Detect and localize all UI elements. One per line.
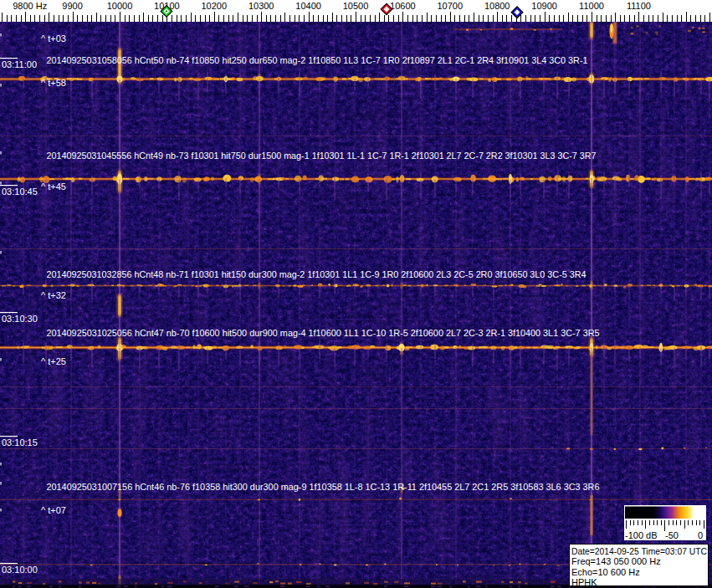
svg-text:HPHK: HPHK: [571, 577, 597, 587]
svg-text:10300: 10300: [248, 1, 274, 11]
svg-text:^ t+03: ^ t+03: [41, 33, 66, 43]
svg-text:^ t+25: ^ t+25: [41, 356, 66, 366]
svg-text:10800: 10800: [484, 1, 510, 11]
svg-text:10200: 10200: [202, 1, 228, 11]
svg-text:03:10:15: 03:10:15: [2, 437, 38, 447]
svg-text:^ t+32: ^ t+32: [41, 290, 66, 300]
svg-text:20140925031025056 hCnt47 nb-70: 20140925031025056 hCnt47 nb-70 f10600 hi…: [47, 328, 600, 338]
svg-text:11100: 11100: [627, 1, 651, 11]
svg-text:9800 Hz: 9800 Hz: [13, 1, 47, 11]
svg-text:03:10:00: 03:10:00: [2, 565, 38, 575]
svg-text:0: 0: [698, 530, 703, 540]
svg-text:10000: 10000: [107, 1, 133, 11]
svg-text:20140925031045556 hCnt49 nb-73: 20140925031045556 hCnt49 nb-73 f10301 hi…: [47, 151, 597, 161]
svg-text:03:10:30: 03:10:30: [2, 314, 38, 324]
svg-text:-50: -50: [665, 530, 679, 540]
svg-text:Date=2014-09-25 Time=03:07 UTC: Date=2014-09-25 Time=03:07 UTC: [571, 546, 707, 556]
svg-text:20140925031058056 hCnt50 nb-74: 20140925031058056 hCnt50 nb-74 f10850 hi…: [47, 55, 588, 65]
svg-text:10500: 10500: [343, 1, 369, 11]
svg-text:9900: 9900: [62, 1, 82, 11]
svg-text:^ t+07: ^ t+07: [41, 505, 66, 515]
svg-text:20140925031007156 hCnt46 nb-76: 20140925031007156 hCnt46 nb-76 f10358 hi…: [47, 482, 600, 492]
svg-text:03:11:00: 03:11:00: [2, 59, 37, 69]
svg-text:20140925031032856 hCnt48 nb-71: 20140925031032856 hCnt48 nb-71 f10301 hi…: [47, 269, 587, 279]
svg-text:10600: 10600: [390, 1, 416, 11]
svg-text:10700: 10700: [438, 1, 464, 11]
svg-text:03:10:45: 03:10:45: [2, 187, 38, 197]
svg-text:11000: 11000: [579, 1, 604, 11]
svg-text:10900: 10900: [531, 1, 557, 11]
svg-text:^ t+45: ^ t+45: [41, 182, 66, 192]
svg-text:-100 dB: -100 dB: [625, 530, 658, 540]
svg-text:10400: 10400: [295, 1, 321, 11]
svg-text:Freq=143 050 000 Hz: Freq=143 050 000 Hz: [571, 556, 661, 566]
svg-text:^ t+58: ^ t+58: [41, 78, 66, 88]
svg-text:Echo=10 600 Hz: Echo=10 600 Hz: [571, 567, 640, 577]
